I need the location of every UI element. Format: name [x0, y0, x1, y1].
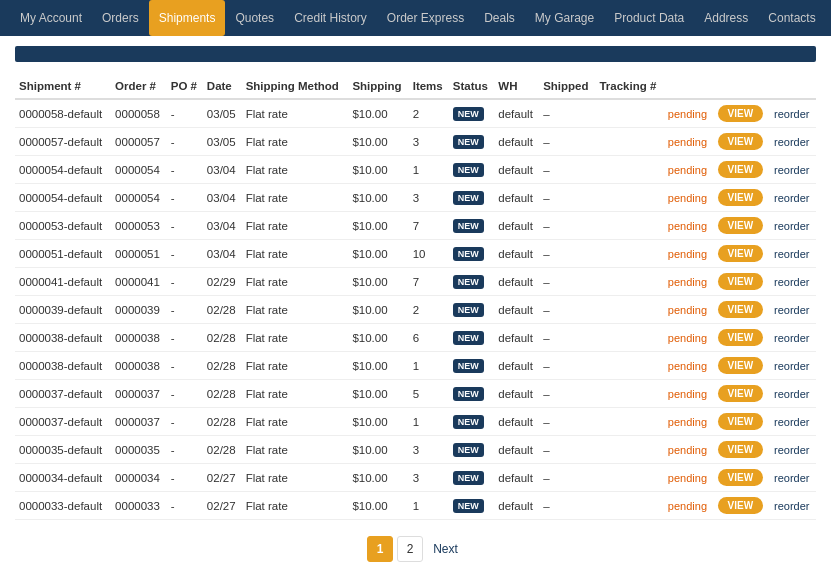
- view-button[interactable]: view: [718, 469, 764, 486]
- table-row: 0000051-default0000051-03/04Flat rate$10…: [15, 240, 816, 268]
- col-items: Items: [409, 74, 449, 99]
- view-cell: view: [714, 296, 770, 324]
- view-button[interactable]: view: [718, 273, 764, 290]
- view-cell: view: [714, 436, 770, 464]
- shipping-cost: $10.00: [348, 436, 408, 464]
- status-pending-label: pending: [668, 192, 707, 204]
- navbar-item-order-express[interactable]: Order Express: [377, 0, 474, 36]
- reorder-link[interactable]: reorder: [774, 220, 809, 232]
- view-cell: view: [714, 99, 770, 128]
- reorder-link[interactable]: reorder: [774, 108, 809, 120]
- warehouse: default: [494, 380, 539, 408]
- date: 03/05: [203, 128, 242, 156]
- status-pending-label: pending: [668, 388, 707, 400]
- view-cell: view: [714, 268, 770, 296]
- view-button[interactable]: view: [718, 385, 764, 402]
- shipping-method: Flat rate: [242, 240, 349, 268]
- navbar-item-my-cards[interactable]: My Cards: [826, 0, 831, 36]
- view-button[interactable]: view: [718, 105, 764, 122]
- status-badge: NEW: [449, 296, 495, 324]
- next-page-button[interactable]: Next: [427, 536, 464, 562]
- reorder-cell: reorder: [770, 212, 816, 240]
- warehouse: default: [494, 464, 539, 492]
- pending-status: pending: [664, 408, 714, 436]
- status-badge: NEW: [449, 408, 495, 436]
- navbar-item-contacts[interactable]: Contacts: [758, 0, 825, 36]
- warehouse: default: [494, 408, 539, 436]
- new-badge: NEW: [453, 247, 484, 261]
- shipped-date: –: [539, 240, 595, 268]
- view-cell: view: [714, 156, 770, 184]
- navbar-item-my-garage[interactable]: My Garage: [525, 0, 604, 36]
- reorder-cell: reorder: [770, 128, 816, 156]
- table-row: 0000039-default0000039-02/28Flat rate$10…: [15, 296, 816, 324]
- po-number: -: [167, 296, 203, 324]
- view-button[interactable]: view: [718, 301, 764, 318]
- reorder-cell: reorder: [770, 240, 816, 268]
- date: 03/05: [203, 99, 242, 128]
- page-2-button[interactable]: 2: [397, 536, 423, 562]
- shipped-date: –: [539, 492, 595, 520]
- date: 02/28: [203, 296, 242, 324]
- items-count: 3: [409, 464, 449, 492]
- navbar-item-credit-history[interactable]: Credit History: [284, 0, 377, 36]
- navbar-item-my-account[interactable]: My Account: [10, 0, 92, 36]
- reorder-link[interactable]: reorder: [774, 332, 809, 344]
- reorder-link[interactable]: reorder: [774, 248, 809, 260]
- reorder-link[interactable]: reorder: [774, 192, 809, 204]
- table-header: Shipment # Order # PO # Date Shipping Me…: [15, 74, 816, 99]
- shipping-method: Flat rate: [242, 268, 349, 296]
- col-actions2: [714, 74, 770, 99]
- reorder-link[interactable]: reorder: [774, 444, 809, 456]
- view-button[interactable]: view: [718, 357, 764, 374]
- view-button[interactable]: view: [718, 413, 764, 430]
- status-pending-label: pending: [668, 360, 707, 372]
- view-button[interactable]: view: [718, 441, 764, 458]
- reorder-link[interactable]: reorder: [774, 276, 809, 288]
- reorder-cell: reorder: [770, 324, 816, 352]
- shipping-cost: $10.00: [348, 128, 408, 156]
- navbar-item-deals[interactable]: Deals: [474, 0, 525, 36]
- page-1-button[interactable]: 1: [367, 536, 393, 562]
- view-button[interactable]: view: [718, 133, 764, 150]
- items-count: 1: [409, 352, 449, 380]
- new-badge: NEW: [453, 443, 484, 457]
- reorder-link[interactable]: reorder: [774, 472, 809, 484]
- new-badge: NEW: [453, 163, 484, 177]
- view-button[interactable]: view: [718, 245, 764, 262]
- status-badge: NEW: [449, 324, 495, 352]
- view-button[interactable]: view: [718, 329, 764, 346]
- navbar-item-product-data[interactable]: Product Data: [604, 0, 694, 36]
- shipping-method: Flat rate: [242, 184, 349, 212]
- new-badge: NEW: [453, 107, 484, 121]
- navbar-item-shipments[interactable]: Shipments: [149, 0, 226, 36]
- view-button[interactable]: view: [718, 497, 764, 514]
- shipment-id: 0000033-default: [15, 492, 111, 520]
- shipments-table: Shipment # Order # PO # Date Shipping Me…: [15, 74, 816, 520]
- reorder-link[interactable]: reorder: [774, 164, 809, 176]
- tracking-number: [595, 128, 663, 156]
- shipped-date: –: [539, 324, 595, 352]
- warehouse: default: [494, 99, 539, 128]
- view-button[interactable]: view: [718, 217, 764, 234]
- table-row: 0000058-default0000058-03/05Flat rate$10…: [15, 99, 816, 128]
- navbar-item-quotes[interactable]: Quotes: [225, 0, 284, 36]
- order-id: 0000057: [111, 128, 167, 156]
- shipped-date: –: [539, 156, 595, 184]
- view-cell: view: [714, 464, 770, 492]
- order-id: 0000038: [111, 352, 167, 380]
- reorder-link[interactable]: reorder: [774, 388, 809, 400]
- reorder-link[interactable]: reorder: [774, 500, 809, 512]
- navbar-item-address[interactable]: Address: [694, 0, 758, 36]
- reorder-link[interactable]: reorder: [774, 416, 809, 428]
- po-number: -: [167, 352, 203, 380]
- view-button[interactable]: view: [718, 189, 764, 206]
- new-badge: NEW: [453, 303, 484, 317]
- reorder-link[interactable]: reorder: [774, 136, 809, 148]
- view-button[interactable]: view: [718, 161, 764, 178]
- reorder-link[interactable]: reorder: [774, 304, 809, 316]
- reorder-link[interactable]: reorder: [774, 360, 809, 372]
- date: 02/27: [203, 492, 242, 520]
- shipping-method: Flat rate: [242, 492, 349, 520]
- navbar-item-orders[interactable]: Orders: [92, 0, 149, 36]
